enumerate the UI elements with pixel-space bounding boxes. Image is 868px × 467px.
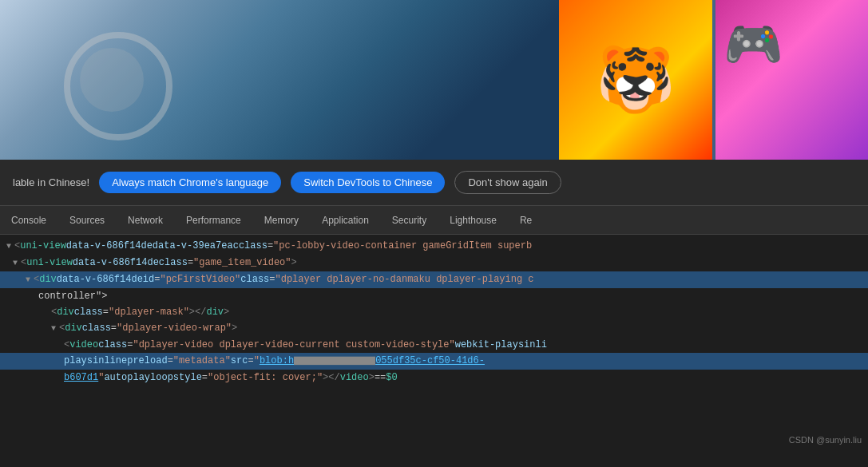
tab-performance[interactable]: Performance [175, 206, 253, 234]
code-line-3: ▼ <div data-v-686f14de id="pcFirstVideo"… [0, 271, 868, 288]
arrow-1: ▼ [6, 239, 11, 254]
image-left [0, 0, 559, 160]
code-line-7: <video class="dplayer-video dplayer-vide… [0, 337, 868, 353]
code-line-8: playsinline preload="metadata" src="blob… [0, 353, 868, 370]
arrow-2: ▼ [13, 256, 18, 271]
arrow-6: ▼ [51, 322, 56, 336]
devtools-tabs: Console Sources Network Performance Memo… [0, 206, 868, 235]
tab-lighthouse[interactable]: Lighthouse [438, 206, 509, 234]
banner-text: lable in Chinese! [13, 176, 89, 188]
dont-show-again-button[interactable]: Don't show again [454, 171, 561, 194]
language-banner: lable in Chinese! Always match Chrome's … [0, 160, 868, 206]
top-image-area: 🐯 [0, 0, 868, 160]
tab-more[interactable]: Re [509, 206, 544, 234]
code-line-4: controller"> [0, 288, 868, 304]
code-line-1: ▼ <uni-view data-v-686f14de data-v-39ea7… [0, 238, 868, 255]
code-area: ▼ <uni-view data-v-686f14de data-v-39ea7… [0, 235, 868, 467]
tab-application[interactable]: Application [311, 206, 381, 234]
tiger-icon: 🐯 [559, 0, 712, 160]
tab-security[interactable]: Security [381, 206, 438, 234]
switch-devtools-button[interactable]: Switch DevTools to Chinese [291, 172, 445, 193]
code-line-5: <div class="dplayer-mask" ></div> [0, 304, 868, 320]
code-line-2: ▼ <uni-view data-v-686f14de class="game_… [0, 255, 868, 271]
tab-memory[interactable]: Memory [253, 206, 311, 234]
watermark: CSDN @sunyin.liu [789, 435, 862, 445]
game-tile-1: 🐯 [559, 0, 712, 160]
code-line-6: ▼ <div class="dplayer-video-wrap" > [0, 320, 868, 337]
code-line-9: b607d1 " autoplay loop style="object-fit… [0, 370, 868, 386]
tab-console[interactable]: Console [0, 206, 58, 234]
devtools-container: Console Sources Network Performance Memo… [0, 206, 868, 467]
match-language-button[interactable]: Always match Chrome's language [99, 172, 281, 193]
tab-sources[interactable]: Sources [58, 206, 117, 234]
tab-network[interactable]: Network [117, 206, 175, 234]
arrow-3: ▼ [26, 273, 30, 287]
game-tile-2 [715, 0, 869, 160]
image-right: 🐯 [559, 0, 868, 160]
